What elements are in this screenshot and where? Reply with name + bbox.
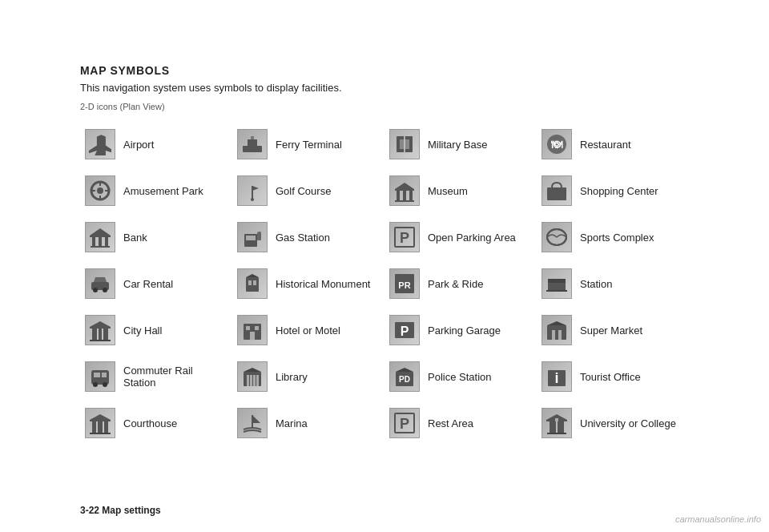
section-desc: This navigation system uses symbols to d… xyxy=(80,82,689,94)
rest-area-icon: P xyxy=(389,408,420,438)
open-parking-area-label: Open Parking Area xyxy=(428,232,516,244)
station-icon xyxy=(542,268,572,299)
svg-point-35 xyxy=(93,288,98,292)
svg-rect-26 xyxy=(91,246,110,248)
hotel-motel-label: Hotel or Motel xyxy=(276,324,340,337)
svg-text:P: P xyxy=(401,324,409,338)
shopping-center-icon xyxy=(542,175,572,206)
svg-rect-52 xyxy=(246,326,250,330)
svg-rect-79 xyxy=(98,421,103,433)
symbol-item-tourist-office: iTourist Office xyxy=(537,353,689,400)
gas-station-label: Gas Station xyxy=(276,232,330,244)
park-ride-label: Park & Ride xyxy=(428,278,483,290)
svg-point-15 xyxy=(251,198,254,201)
svg-rect-40 xyxy=(253,280,256,285)
historical-monument-label: Historical Monument xyxy=(276,278,371,290)
svg-text:P: P xyxy=(400,416,409,432)
svg-marker-0 xyxy=(89,135,111,155)
commuter-rail-station-label: Commuter Rail Station xyxy=(123,365,227,389)
restaurant-label: Restaurant xyxy=(580,139,631,151)
city-hall-label: City Hall xyxy=(123,324,162,337)
symbol-item-police-station: PDPolice Station xyxy=(384,353,537,400)
amusement-park-label: Amusement Park xyxy=(123,185,203,197)
symbol-item-shopping-center: Shopping Center xyxy=(537,167,689,214)
footer-label: 3-22 Map settings xyxy=(80,505,161,516)
symbol-item-university-college: University or College xyxy=(537,400,689,446)
bank-label: Bank xyxy=(123,232,147,244)
svg-rect-62 xyxy=(94,373,100,377)
library-label: Library xyxy=(276,371,308,383)
svg-text:PR: PR xyxy=(398,280,410,290)
svg-rect-48 xyxy=(99,328,102,340)
military-base-label: Military Base xyxy=(428,139,487,151)
symbol-item-historical-monument: Historical Monument xyxy=(232,260,384,307)
svg-rect-37 xyxy=(246,277,259,292)
car-rental-label: Car Rental xyxy=(123,278,173,290)
symbol-item-courthouse: Courthouse xyxy=(80,400,232,446)
symbol-item-super-market: Super Market xyxy=(537,307,689,353)
symbol-item-marina: Marina xyxy=(232,400,384,446)
svg-text:P: P xyxy=(400,230,409,246)
svg-rect-88 xyxy=(555,418,558,421)
watermark: carmanualsonline.info xyxy=(675,514,761,524)
svg-rect-18 xyxy=(403,191,406,200)
page-container: MAP SYMBOLS This navigation system uses … xyxy=(0,0,769,494)
symbol-item-parking-garage: PParking Garage xyxy=(384,307,537,353)
symbol-item-car-rental: Car Rental xyxy=(80,260,232,307)
svg-rect-54 xyxy=(250,332,255,340)
svg-rect-3 xyxy=(251,136,254,139)
airport-icon xyxy=(85,129,115,159)
restaurant-icon: 🍽 xyxy=(542,129,572,159)
symbol-item-museum: Museum xyxy=(384,167,537,214)
symbol-item-sports-complex: Sports Complex xyxy=(537,214,689,260)
svg-rect-53 xyxy=(255,326,259,330)
svg-point-10 xyxy=(97,187,103,194)
ferry-terminal-label: Ferry Terminal xyxy=(276,139,342,151)
super-market-label: Super Market xyxy=(580,324,642,337)
symbol-item-hotel-motel: Hotel or Motel xyxy=(232,307,384,353)
marina-label: Marina xyxy=(276,417,308,429)
symbol-item-gas-station: Gas Station xyxy=(232,214,384,260)
svg-rect-87 xyxy=(547,433,566,434)
symbol-item-amusement-park: Amusement Park xyxy=(80,167,232,214)
commuter-rail-station-icon xyxy=(85,361,115,392)
symbol-item-restaurant: 🍽Restaurant xyxy=(537,121,689,167)
park-ride-icon: PR xyxy=(389,268,420,299)
symbol-item-airport: Airport xyxy=(80,121,232,167)
svg-marker-58 xyxy=(547,321,566,325)
svg-rect-24 xyxy=(99,237,102,246)
symbol-item-commuter-rail-station: Commuter Rail Station xyxy=(80,353,232,400)
svg-rect-23 xyxy=(92,237,95,246)
police-station-icon: PD xyxy=(389,361,420,392)
svg-point-65 xyxy=(103,382,107,387)
ferry-terminal-icon xyxy=(237,129,268,159)
svg-rect-85 xyxy=(550,421,556,433)
bank-icon xyxy=(85,222,115,252)
svg-rect-39 xyxy=(248,280,252,285)
symbol-item-library: Library xyxy=(232,353,384,400)
svg-rect-44 xyxy=(548,279,566,283)
svg-marker-22 xyxy=(90,228,111,237)
svg-rect-49 xyxy=(103,328,108,340)
symbol-item-city-hall: City Hall xyxy=(80,307,232,353)
svg-text:PD: PD xyxy=(399,375,410,384)
svg-rect-60 xyxy=(558,330,562,340)
svg-marker-73 xyxy=(396,368,413,372)
airport-label: Airport xyxy=(123,139,154,151)
svg-rect-19 xyxy=(409,191,413,200)
svg-rect-25 xyxy=(105,237,108,246)
svg-rect-50 xyxy=(90,340,111,341)
svg-rect-20 xyxy=(395,200,414,202)
amusement-park-icon xyxy=(85,175,115,206)
courthouse-label: Courthouse xyxy=(123,417,177,429)
hotel-motel-icon xyxy=(237,315,268,345)
svg-rect-57 xyxy=(547,325,566,340)
svg-rect-1 xyxy=(243,146,262,152)
open-parking-area-icon: P xyxy=(389,222,420,252)
svg-marker-67 xyxy=(244,368,261,372)
svg-rect-17 xyxy=(397,191,400,200)
svg-rect-78 xyxy=(92,421,96,433)
svg-marker-77 xyxy=(90,414,111,421)
museum-icon xyxy=(389,175,420,206)
symbol-item-station: Station xyxy=(537,260,689,307)
